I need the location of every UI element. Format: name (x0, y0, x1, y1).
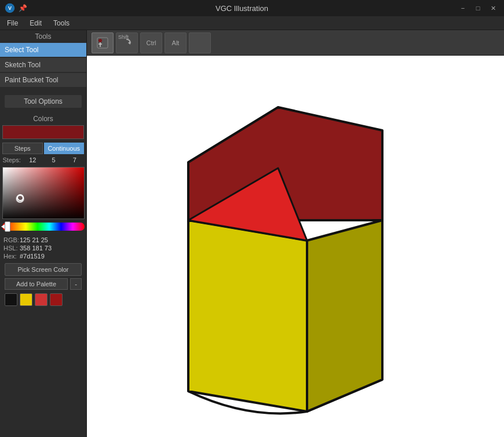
steps-values: Steps: 12 5 7 (2, 156, 84, 163)
toolbar-ctrl[interactable]: Ctrl (140, 32, 162, 53)
hsl-row: HSL: 358 181 73 (3, 245, 83, 252)
minimize-button[interactable]: − (456, 3, 469, 13)
steps-button[interactable]: Steps (2, 143, 43, 154)
canvas-area: Shift Ctrl Alt (87, 30, 504, 437)
steps-v1: 12 (23, 156, 42, 163)
hex-value: #7d1519 (20, 253, 45, 260)
svg-text:V: V (8, 5, 12, 11)
pin-icon: 📌 (19, 4, 27, 12)
tools-section-label: Tools (0, 30, 86, 43)
rgb-label: RGB: (3, 236, 20, 243)
pick-screen-color-button[interactable]: Pick Screen Color (5, 263, 82, 276)
ctrl-label: Ctrl (146, 39, 156, 46)
window-title: VGC Illustration (27, 4, 456, 13)
hue-slider[interactable] (2, 223, 85, 231)
continuous-button[interactable]: Continuous (44, 143, 85, 154)
svg-marker-6 (128, 41, 130, 45)
steps-v2: 5 (45, 156, 63, 163)
steps-row: Steps Continuous (2, 143, 84, 154)
hue-thumb (5, 221, 10, 232)
hex-row: Hex: #7d1519 (3, 253, 83, 260)
close-button[interactable]: ✕ (487, 3, 499, 13)
hsl-label: HSL: (3, 245, 20, 252)
palette-swatches (2, 293, 84, 306)
shift-key-label: Shift (118, 34, 129, 40)
drawing-canvas[interactable] (87, 56, 504, 437)
color-picker[interactable] (2, 167, 85, 219)
toolbar-shift-rotate[interactable]: Shift (116, 32, 138, 53)
toolbar-extra[interactable] (189, 32, 211, 53)
paint-bucket-tool-button[interactable]: Paint Bucket Tool (0, 73, 86, 87)
window-controls: − □ ✕ (456, 3, 499, 13)
select-tool-button[interactable]: Select Tool (0, 43, 86, 57)
hue-slider-container (2, 223, 85, 233)
svg-rect-2 (97, 38, 108, 48)
add-to-palette-button[interactable]: Add to Palette (5, 278, 68, 290)
titlebar: V 📌 VGC Illustration − □ ✕ (0, 0, 504, 16)
palette-swatch-yellow[interactable] (20, 293, 32, 306)
steps-label-text: Steps: (2, 156, 21, 163)
sketch-tool-button[interactable]: Sketch Tool (0, 58, 86, 72)
hsl-values: 358 181 73 (20, 245, 52, 252)
select-cursor-icon (96, 37, 109, 49)
canvas-toolbar: Shift Ctrl Alt (87, 30, 504, 56)
edit-menu[interactable]: Edit (27, 18, 44, 28)
add-palette-row: Add to Palette - (5, 278, 82, 290)
svg-point-3 (98, 39, 102, 42)
colors-section: Colors Steps Continuous Steps: 12 5 7 (0, 115, 86, 306)
hue-arrow (1, 224, 5, 229)
menubar: File Edit Tools (0, 16, 504, 30)
tools-menu[interactable]: Tools (51, 18, 72, 28)
hex-label: Hex: (3, 253, 20, 260)
sidebar: Tools Select Tool Sketch Tool Paint Buck… (0, 30, 87, 437)
rgb-values: 125 21 25 (20, 236, 48, 243)
palette-swatch-black[interactable] (5, 293, 17, 306)
color-canvas[interactable] (3, 167, 84, 218)
toolbar-alt[interactable]: Alt (165, 32, 187, 53)
maximize-button[interactable]: □ (472, 3, 484, 13)
palette-swatch-darkred[interactable] (50, 293, 63, 306)
tool-options-button[interactable]: Tool Options (5, 95, 82, 108)
steps-v3: 7 (65, 156, 84, 163)
main-area: Tools Select Tool Sketch Tool Paint Buck… (0, 30, 504, 437)
toolbar-select[interactable] (92, 32, 114, 53)
current-color-swatch[interactable] (2, 125, 84, 139)
file-menu[interactable]: File (5, 18, 20, 28)
colors-label: Colors (2, 115, 84, 123)
remove-from-palette-button[interactable]: - (70, 278, 82, 290)
illustration-svg (87, 56, 504, 437)
alt-label: Alt (172, 39, 180, 46)
app-logo: V (5, 3, 15, 13)
rgb-row: RGB: 125 21 25 (3, 236, 83, 243)
palette-swatch-red[interactable] (35, 293, 48, 306)
color-values: RGB: 125 21 25 HSL: 358 181 73 Hex: #7d1… (2, 236, 84, 260)
